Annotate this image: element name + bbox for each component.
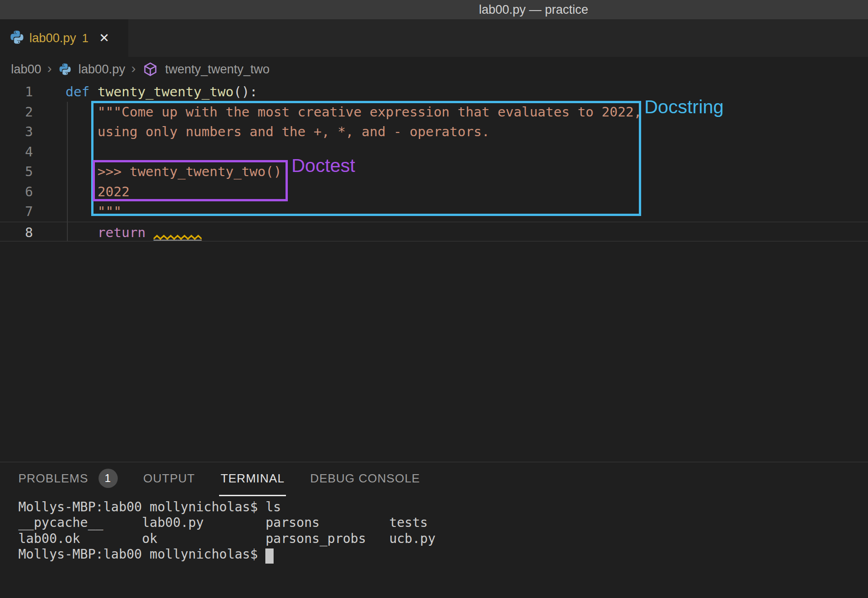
code-line-8[interactable]: 8 return ______ — [0, 221, 868, 242]
line-number[interactable]: 7 — [0, 201, 33, 221]
breadcrumb-item-symbol[interactable]: twenty_twenty_two — [165, 62, 269, 77]
warning-squiggle — [154, 234, 202, 241]
terminal-line: lab00.ok ok parsons_probs ucb.py — [18, 531, 435, 546]
title-bar: lab00.py — practice — [0, 0, 868, 19]
terminal-line: __pycache__ lab00.py parsons tests — [18, 515, 428, 530]
terminal-cursor — [265, 548, 274, 564]
terminal-output[interactable]: Mollys-MBP:lab00 mollynicholas$ ls __pyc… — [18, 499, 435, 563]
panel-tab-output[interactable]: OUTPUT — [143, 471, 195, 485]
symbol-cube-icon — [143, 61, 158, 77]
code-line-7[interactable]: 7 """ — [0, 201, 868, 221]
window-title: lab00.py — practice — [479, 3, 588, 17]
close-icon[interactable]: ✕ — [99, 32, 110, 44]
code-line-5[interactable]: 5 >>> twenty_twenty_two() — [0, 161, 868, 182]
code-line-3[interactable]: 3 using only numbers and the +, *, and -… — [0, 122, 868, 142]
code-line-2[interactable]: 2 """Come up with the most creative expr… — [0, 102, 868, 122]
code-text: 2022 — [66, 182, 130, 202]
code-text: >>> twenty_twenty_two() — [66, 161, 281, 182]
code-editor[interactable]: 1def twenty_twenty_two():2 """Come up wi… — [0, 82, 868, 462]
tab-lab00py[interactable]: lab00.py 1 ✕ — [0, 19, 128, 57]
panel-tab-bar: PROBLEMS1OUTPUTTERMINALDEBUG CONSOLE — [18, 471, 420, 485]
terminal-line: Mollys-MBP:lab00 mollynicholas$ ls — [18, 499, 281, 515]
code-line-6[interactable]: 6 2022 — [0, 182, 868, 202]
line-number[interactable]: 3 — [0, 122, 33, 142]
panel-separator — [0, 462, 868, 462]
python-icon — [10, 30, 24, 46]
problems-badge: 1 — [99, 469, 118, 488]
panel-tab-problems[interactable]: PROBLEMS1 — [18, 471, 118, 485]
tab-warning-count: 1 — [82, 32, 88, 45]
breadcrumb: lab00 › lab00.py › twenty_twenty_two — [0, 57, 868, 82]
code-line-1[interactable]: 1def twenty_twenty_two(): — [0, 82, 868, 102]
code-text: """ — [66, 201, 121, 221]
line-number[interactable]: 1 — [0, 82, 33, 102]
breadcrumb-item-folder[interactable]: lab00 — [11, 62, 41, 77]
line-number[interactable]: 6 — [0, 182, 33, 202]
code-text: using only numbers and the +, *, and - o… — [66, 122, 489, 142]
indent-guide — [67, 102, 68, 241]
doctest-annotation-label: Doctest — [291, 155, 355, 177]
chevron-right-icon: › — [47, 61, 52, 76]
code-line-4[interactable]: 4 — [0, 142, 868, 162]
line-number[interactable]: 8 — [0, 222, 33, 243]
docstring-annotation-label: Docstring — [644, 96, 724, 118]
code-text: """Come up with the most creative expres… — [66, 102, 642, 122]
line-number[interactable]: 4 — [0, 142, 33, 162]
panel-tab-debug-console[interactable]: DEBUG CONSOLE — [310, 471, 420, 485]
line-number[interactable]: 5 — [0, 161, 33, 182]
code-text: def twenty_twenty_two(): — [66, 82, 258, 102]
tab-filename: lab00.py — [29, 31, 76, 45]
breadcrumb-item-file[interactable]: lab00.py — [78, 62, 125, 77]
editor-tab-bar: lab00.py 1 ✕ — [0, 19, 868, 57]
terminal-line: Mollys-MBP:lab00 mollynicholas$ — [18, 547, 265, 562]
chevron-right-icon: › — [131, 61, 136, 76]
python-icon — [59, 63, 71, 76]
panel-tab-terminal[interactable]: TERMINAL — [220, 471, 284, 485]
line-number[interactable]: 2 — [0, 102, 33, 122]
